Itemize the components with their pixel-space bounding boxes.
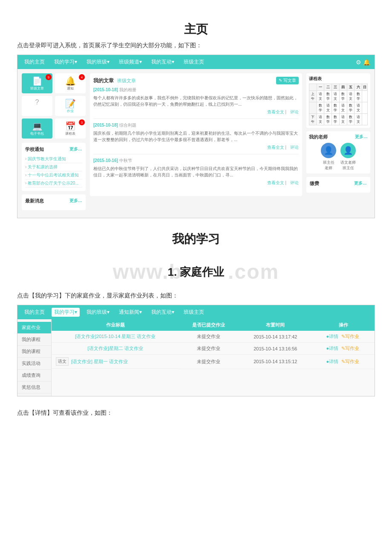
nav-bar: 我的主页 我的学习▾ 我的班级▾ 班级频道▾ 我的互动▾ 班级主页 ⚙ 🔔 (17, 55, 375, 69)
page-desc: 点击登录即可进入系统，首页展示了学生空间的大部分功能，如下图： (17, 42, 375, 49)
nav-home[interactable]: 我的主页 (22, 58, 47, 66)
schedule-icon-card[interactable]: 3 📅 课程表 (55, 119, 86, 139)
nav-study[interactable]: 我的学习▾ (52, 58, 80, 66)
calendar-box: 课程表 一二三四五六日 上午 语文数学语文数学语文数学 数学语文数学语文数学 (306, 73, 370, 128)
teacher-1: 👤 班主任老师 (321, 143, 336, 171)
qa-icon-card[interactable]: ? (22, 96, 52, 116)
ebook-icon-card[interactable]: 💻 电子书包 (22, 119, 52, 139)
article-entry-2: [2015-10-18] 综合利题 国庆长假，初期陪几个班的小学生近期到别离之后… (93, 122, 299, 154)
detail-desc: 点击【详情】可查看该作业，如图： (17, 409, 375, 417)
hw-nav-class[interactable]: 我的班级▾ (84, 308, 112, 317)
fees-block: 缴费 更多… (306, 177, 370, 193)
table-row: [语文作业]星期二 语文作业 未提交作业 2015-10-14 13:16:56… (52, 343, 375, 355)
read-more-1[interactable]: 查看全文 (267, 110, 284, 114)
hw-actions-3: ●详情 ✎写作业 (313, 355, 375, 369)
notice-item-4[interactable]: 教育部办公厅关于公示20... (25, 179, 82, 188)
teacher-avatar-1: 👤 (321, 143, 336, 158)
hw-status-1: 未提交作业 (179, 331, 238, 343)
article-entry-3: [2015-10-16] 中秋节 相信已久的中秋佳节终于到了，人们共庆采访，以庆… (93, 158, 299, 189)
hw-link-2[interactable]: [语文作业]星期二 语文作业 (88, 346, 143, 351)
sidebar-my-course[interactable]: 我的课程 (17, 334, 51, 346)
teacher-avatar-2: 👤 (340, 143, 356, 158)
sidebar-homework[interactable]: 家庭作业 (17, 322, 51, 334)
nav-classpage[interactable]: 班级主页 (181, 58, 207, 66)
sidebar-practice[interactable]: 实践活动 (17, 358, 51, 370)
hw-time-2: 2015-10-14 13:16:56 (238, 343, 313, 355)
homework-screenshot: 我的主页 我的学习▾ 我的班级▾ 通知新闻▾ 我的互动▾ 班级主页 家庭作业 我… (17, 305, 375, 396)
fees-more[interactable]: 更多… (354, 180, 367, 187)
hw-detail-2[interactable]: ●详情 (326, 346, 338, 351)
icon-grid: 9 📄 班级文章 4 🔔 通知 ? 📝 作业 (22, 73, 86, 139)
hw-nav-study[interactable]: 我的学习▾ (52, 308, 80, 317)
article-entry-1: [2015-10-18] 我的相册 每个人都有许许多多的成长故事，我也不例外，完… (93, 87, 299, 119)
study-title: 我的学习 (17, 231, 375, 247)
school-notice-more[interactable]: 更多… (69, 146, 82, 153)
latest-msg-more[interactable]: 更多… (69, 198, 82, 204)
teacher-2: 👤 语文老师班主任 (340, 143, 356, 171)
hw-icon-card[interactable]: 📝 作业 (55, 96, 86, 116)
table-row: 语文 [语文作业] 星期一 语文作业 未提交作业 2015-10-14 13:1… (52, 355, 375, 369)
article-icon-card[interactable]: 9 📄 班级文章 (22, 73, 52, 93)
hw-nav-interact[interactable]: 我的互动▾ (149, 308, 177, 317)
hw-link-1[interactable]: [语文作业]2015-10-14 星期三 语文作业 (75, 334, 156, 339)
hw-status-2: 未提交作业 (179, 343, 238, 355)
hw-write-2[interactable]: ✎写作业 (341, 346, 359, 351)
comment-3[interactable]: 评论 (290, 180, 299, 185)
hw-write-1[interactable]: ✎写作业 (341, 334, 359, 339)
watermark-area: www.b .com 1. 家庭作业 (17, 251, 375, 292)
nav-interact[interactable]: 我的互动▾ (149, 58, 177, 66)
notice-item-3[interactable]: 十一号中位后考试相关通知 (25, 171, 82, 179)
article-section: 我的文章 班级文章 ✎ 写文章 [2015-10-18] 我的相册 每个人都有许… (90, 73, 302, 196)
notice-item-2[interactable]: 关于私课的选择 (25, 163, 82, 171)
hw-nav-classpage[interactable]: 班级主页 (181, 308, 207, 317)
calendar-title: 课程表 (309, 76, 368, 82)
article-text-2: 国庆长假，初期陪几个班的小学生近期到别离之后，迎来初夏初好的生活。每次从一个不调… (93, 130, 299, 143)
write-article-btn[interactable]: ✎ 写文章 (276, 77, 299, 84)
hw-detail-1[interactable]: ●详情 (326, 334, 338, 339)
sidebar-my-course2[interactable]: 我的课程 (17, 346, 51, 358)
calendar-table: 一二三四五六日 上午 语文数学语文数学语文数学 数学语文数学语文数学语文 下午 (309, 84, 368, 125)
hw-desc: 点击【我的学习】下的家庭作业，显示家庭作业列表，如图： (17, 292, 375, 300)
nav-channel[interactable]: 班级频道▾ (116, 58, 144, 66)
article-text-1: 每个人都有许许多多的成长故事，我也不例外，完绕我初中暑假欢乐的记忆里，一次快乐的… (93, 95, 299, 107)
hw-nav-news[interactable]: 通知新闻▾ (116, 308, 144, 317)
hw-write-3[interactable]: ✎写作业 (341, 359, 359, 364)
hw-col-title: 作业标题 (52, 319, 179, 331)
table-row: [语文作业]2015-10-14 星期三 语文作业 未提交作业 2015-10-… (52, 331, 375, 343)
latest-msg-title: 最新消息 (25, 198, 44, 204)
teacher-more[interactable]: 更多… (355, 134, 368, 140)
hw-link-3[interactable]: [语文作业] 星期一 语文作业 (71, 358, 128, 365)
hw-content: 作业标题 是否已提交作业 布置时间 操作 [语文作业]2015-10-14 星期… (52, 319, 375, 396)
article-subtitle[interactable]: 班级文章 (117, 78, 136, 84)
hw-detail-3[interactable]: ●详情 (326, 359, 338, 364)
comment-2[interactable]: 评论 (290, 145, 299, 150)
hw-sidebar: 家庭作业 我的课程 我的课程 实践活动 成绩查询 奖惩信息 (17, 319, 52, 396)
teacher-name-2: 语文老师班主任 (340, 160, 356, 171)
hw-time-3: 2015-10-14 13:15:12 (238, 355, 313, 369)
left-panel: 9 📄 班级文章 4 🔔 通知 ? 📝 作业 (22, 73, 86, 214)
notice-item-1[interactable]: 国庆节教大学生通知 (25, 155, 82, 163)
nav-class[interactable]: 我的班级▾ (84, 58, 112, 66)
read-more-2[interactable]: 查看全文 (267, 145, 284, 150)
notify-icon-card[interactable]: 4 🔔 通知 (55, 73, 86, 93)
teacher-section: 我的老师 更多… 👤 班主任老师 👤 语文老师班主任 (306, 131, 370, 173)
hw-nav-home[interactable]: 我的主页 (22, 308, 47, 317)
article-header: 我的文章 班级文章 ✎ 写文章 (93, 77, 299, 84)
hw-body: 家庭作业 我的课程 我的课程 实践活动 成绩查询 奖惩信息 作业标题 是否已提交… (17, 319, 375, 396)
teacher-grid: 👤 班主任老师 👤 语文老师班主任 (309, 143, 368, 171)
article-text-3: 相信已久的中秋佳节终于到了，人们共庆采访，以庆种节日目目式共欢喜宝天种节的日，今… (93, 165, 299, 178)
right-panel: 课程表 一二三四五六日 上午 语文数学语文数学语文数学 数学语文数学语文数学 (306, 73, 370, 214)
hw-actions-1: ●详情 ✎写作业 (313, 331, 375, 343)
settings-icon[interactable]: ⚙ 🔔 (356, 59, 370, 66)
homework-label: 1. 家庭作业 (168, 264, 225, 279)
teacher-title: 我的老师 (309, 134, 328, 140)
sidebar-rewards[interactable]: 奖惩信息 (17, 382, 51, 393)
read-more-3[interactable]: 查看全文 (267, 180, 284, 185)
school-notice-block: 学校通知 更多… 国庆节教大学生通知 关于私课的选择 十一号中位后考试相关通知 … (22, 143, 86, 191)
hw-status-3: 未提交作业 (179, 355, 238, 369)
dashboard-body: 9 📄 班级文章 4 🔔 通知 ? 📝 作业 (17, 69, 375, 218)
article-main-title: 我的文章 (93, 77, 114, 84)
sidebar-grades[interactable]: 成绩查询 (17, 370, 51, 382)
comment-1[interactable]: 评论 (290, 110, 299, 114)
teacher-name-1: 班主任老师 (321, 160, 336, 171)
